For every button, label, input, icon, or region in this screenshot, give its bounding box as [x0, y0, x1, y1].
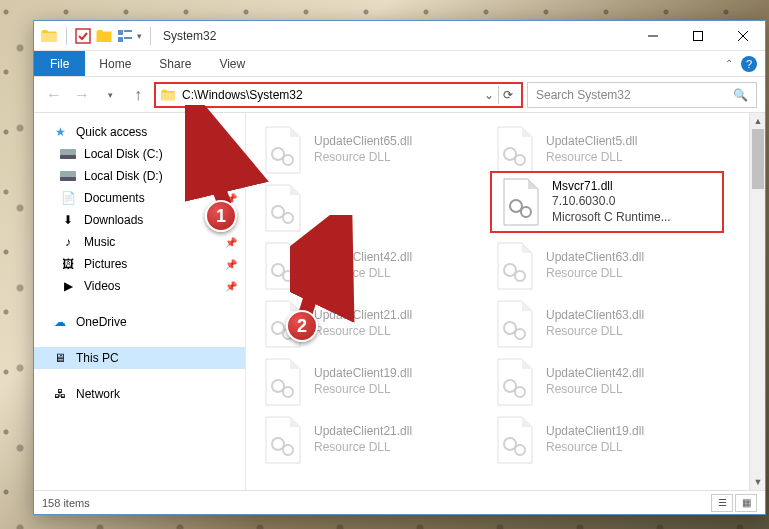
- search-input[interactable]: Search System32 🔍: [527, 82, 757, 108]
- callout-2: 2: [286, 310, 318, 342]
- recent-locations-button[interactable]: ▾: [98, 83, 122, 107]
- nav-videos[interactable]: ▶ Videos📌: [34, 275, 245, 297]
- folder-icon: [40, 27, 58, 45]
- videos-icon: ▶: [60, 278, 76, 294]
- file-item-highlighted[interactable]: Msvcr71.dll 7.10.6030.0 Microsoft C Runt…: [490, 171, 724, 233]
- file-item[interactable]: UpdateClient63.dllResource DLL: [486, 237, 718, 295]
- item-count: 158 items: [42, 497, 90, 509]
- downloads-icon: ⬇: [60, 212, 76, 228]
- window-controls: [630, 21, 765, 51]
- documents-icon: 📄: [60, 190, 76, 206]
- nav-this-pc[interactable]: 🖥 This PC: [34, 347, 245, 369]
- svg-rect-9: [60, 177, 76, 181]
- file-item[interactable]: UpdateClient19.dllResource DLL: [486, 411, 718, 469]
- window-title: System32: [163, 29, 216, 43]
- file-desc: Microsoft C Runtime...: [552, 210, 671, 226]
- search-placeholder: Search System32: [536, 88, 733, 102]
- new-folder-icon[interactable]: [95, 27, 113, 45]
- ribbon-collapse-icon[interactable]: ⌃: [725, 58, 733, 69]
- nav-network[interactable]: 🖧 Network: [34, 383, 245, 405]
- svg-rect-1: [118, 30, 123, 35]
- nav-music[interactable]: ♪ Music📌: [34, 231, 245, 253]
- scroll-down-icon[interactable]: ▼: [750, 474, 765, 490]
- pictures-icon: 🖼: [60, 256, 76, 272]
- svg-rect-3: [118, 37, 123, 42]
- quick-access-header[interactable]: ★ Quick access: [34, 121, 245, 143]
- svg-rect-4: [124, 37, 132, 39]
- qat-dropdown-icon[interactable]: ▾: [137, 31, 142, 41]
- music-icon: ♪: [60, 234, 76, 250]
- cloud-icon: ☁: [52, 314, 68, 330]
- address-bar[interactable]: C:\Windows\System32 ⌄ ⟳: [154, 82, 523, 108]
- refresh-icon[interactable]: ⟳: [503, 88, 513, 102]
- ribbon-tabs: File Home Share View ⌃ ?: [34, 51, 765, 77]
- back-button[interactable]: ←: [42, 83, 66, 107]
- pc-icon: 🖥: [52, 350, 68, 366]
- nav-local-disk-d[interactable]: Local Disk (D:)📌: [34, 165, 245, 187]
- tab-home[interactable]: Home: [85, 51, 145, 76]
- svg-rect-5: [693, 31, 702, 40]
- address-dropdown-icon[interactable]: ⌄: [484, 88, 494, 102]
- tab-share[interactable]: Share: [145, 51, 205, 76]
- pin-icon: 📌: [225, 259, 237, 270]
- pin-icon: 📌: [225, 149, 237, 160]
- svg-rect-0: [76, 29, 90, 43]
- up-button[interactable]: ↑: [126, 83, 150, 107]
- nav-local-disk-c[interactable]: Local Disk (C:)📌: [34, 143, 245, 165]
- file-item[interactable]: [254, 179, 486, 237]
- drive-icon: [60, 168, 76, 184]
- close-button[interactable]: [720, 21, 765, 51]
- file-item[interactable]: UpdateClient19.dllResource DLL: [254, 353, 486, 411]
- file-item[interactable]: UpdateClient21.dllResource DLL: [254, 411, 486, 469]
- forward-button[interactable]: →: [70, 83, 94, 107]
- drive-icon: [60, 146, 76, 162]
- address-path: C:\Windows\System32: [182, 88, 480, 102]
- tab-view[interactable]: View: [205, 51, 259, 76]
- qat-separator: [150, 27, 151, 45]
- qat-separator: [66, 27, 67, 45]
- scroll-up-icon[interactable]: ▲: [750, 113, 765, 129]
- icons-view-button[interactable]: ▦: [735, 494, 757, 512]
- address-bar-row: ← → ▾ ↑ C:\Windows\System32 ⌄ ⟳ Search S…: [34, 77, 765, 113]
- checkbox-icon[interactable]: [75, 28, 91, 44]
- callout-1: 1: [205, 200, 237, 232]
- minimize-button[interactable]: [630, 21, 675, 51]
- view-layout-icon[interactable]: [117, 28, 133, 44]
- explorer-window: ▾ System32 File Home Share View ⌃ ? ← → …: [33, 20, 766, 515]
- status-bar: 158 items ☰ ▦: [34, 490, 765, 514]
- scroll-thumb[interactable]: [752, 129, 764, 189]
- svg-rect-2: [124, 30, 132, 32]
- quick-access-toolbar: ▾: [40, 27, 155, 45]
- pin-icon: 📌: [225, 281, 237, 292]
- file-item[interactable]: UpdateClient65.dllResource DLL: [254, 121, 486, 179]
- scrollbar[interactable]: ▲ ▼: [749, 113, 765, 490]
- star-icon: ★: [52, 124, 68, 140]
- maximize-button[interactable]: [675, 21, 720, 51]
- svg-rect-7: [60, 155, 76, 159]
- details-view-button[interactable]: ☰: [711, 494, 733, 512]
- nav-onedrive[interactable]: ☁ OneDrive: [34, 311, 245, 333]
- titlebar: ▾ System32: [34, 21, 765, 51]
- pin-icon: 📌: [225, 171, 237, 182]
- file-item[interactable]: UpdateClient63.dllResource DLL: [486, 295, 718, 353]
- navigation-pane: ★ Quick access Local Disk (C:)📌 Local Di…: [34, 113, 246, 490]
- network-icon: 🖧: [52, 386, 68, 402]
- search-icon: 🔍: [733, 88, 748, 102]
- folder-icon: [160, 87, 176, 103]
- file-item[interactable]: UpdateClient42.dllResource DLL: [486, 353, 718, 411]
- dll-icon: [500, 178, 542, 226]
- file-version: 7.10.6030.0: [552, 194, 671, 210]
- body: ★ Quick access Local Disk (C:)📌 Local Di…: [34, 113, 765, 490]
- pin-icon: 📌: [225, 237, 237, 248]
- file-tab[interactable]: File: [34, 51, 85, 76]
- file-name: Msvcr71.dll: [552, 179, 671, 195]
- nav-pictures[interactable]: 🖼 Pictures📌: [34, 253, 245, 275]
- help-icon[interactable]: ?: [741, 56, 757, 72]
- file-list[interactable]: UpdateClient65.dllResource DLL UpdateCli…: [246, 113, 765, 490]
- file-item[interactable]: UpdateClient42.dllResource DLL: [254, 237, 486, 295]
